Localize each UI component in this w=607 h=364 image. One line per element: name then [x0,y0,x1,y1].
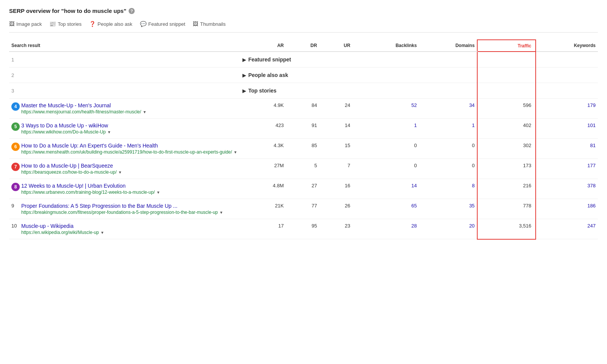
keywords-cell[interactable]: 177 [536,159,598,179]
header-dr: DR [286,40,319,52]
url-dropdown-arrow[interactable]: ▼ [101,231,104,235]
domains-value: 0 [472,143,475,148]
backlinks-cell[interactable]: 65 [352,199,419,219]
result-url: https://www.mensjournal.com/health-fitne… [21,109,238,115]
result-title-link[interactable]: Proper Foundations: A 5 Step Progression… [21,203,178,209]
keywords-link[interactable]: 81 [590,143,596,148]
url-dropdown-arrow[interactable]: ▼ [156,190,160,195]
filter-thumbnails[interactable]: 🖼Thumbnails [193,21,225,27]
header-backlinks: Backlinks [352,40,419,52]
backlinks-link[interactable]: 1 [414,122,417,128]
table-row: 1 ▶Featured snippet [9,52,598,67]
special-label[interactable]: ▶Featured snippet [240,52,477,67]
header-traffic: Traffic [477,40,535,52]
domains-link[interactable]: 1 [472,122,475,128]
expand-arrow[interactable]: ▶ [242,73,246,78]
result-cell: 5 3 Ways to Do a Muscle Up - wikiHow htt… [9,119,240,139]
filter-people-also-ask[interactable]: ❓People also ask [89,21,132,27]
url-dropdown-arrow[interactable]: ▼ [118,170,122,174]
keywords-cell[interactable]: 101 [536,119,598,139]
domains-cell: 0 [419,159,477,179]
filter-image-pack[interactable]: 🖼Image pack [9,21,42,27]
domains-link[interactable]: 8 [472,183,475,188]
result-title-link[interactable]: 3 Ways to Do a Muscle Up - wikiHow [21,122,108,129]
domains-cell[interactable]: 1 [419,119,477,139]
backlinks-cell[interactable]: 14 [352,179,419,199]
filter-featured-snippet[interactable]: 💬Featured snippet [140,21,186,27]
backlinks-link[interactable]: 52 [411,102,417,108]
url-dropdown-arrow[interactable]: ▼ [143,110,146,114]
result-title-link[interactable]: Master the Muscle-Up - Men's Journal [21,102,111,108]
domains-link[interactable]: 35 [469,203,475,209]
ur-cell: 26 [319,199,353,219]
header-search-result: Search result [9,40,240,52]
filter-top-stories[interactable]: 📰Top stories [49,21,82,27]
keywords-link[interactable]: 101 [587,122,596,128]
traffic-cell: 302 [477,139,535,159]
backlinks-link[interactable]: 14 [411,183,417,188]
backlinks-cell[interactable]: 1 [352,119,419,139]
result-title-link[interactable]: 12 Weeks to a Muscle-Up! | Urban Evoluti… [21,183,126,189]
featured-snippet-icon: 💬 [140,21,146,27]
keywords-cell[interactable]: 378 [536,179,598,199]
ur-cell: 16 [319,179,353,199]
expand-arrow[interactable]: ▶ [242,57,246,63]
url-dropdown-arrow[interactable]: ▼ [219,210,223,215]
result-badge-placeholder: 10 [11,223,21,229]
keywords-link[interactable]: 177 [587,163,596,168]
url-dropdown-arrow[interactable]: ▼ [234,150,237,154]
traffic-cell: 216 [477,179,535,199]
serp-table: Search result AR DR UR Backlinks Domains… [9,39,598,240]
result-cell: 10 Muscle-up - Wikipedia https://en.wiki… [9,219,240,239]
traffic-cell: 596 [477,99,535,119]
header-ar: AR [240,40,286,52]
ur-cell: 7 [319,159,353,179]
dr-cell: 77 [286,199,319,219]
domains-cell[interactable]: 35 [419,199,477,219]
traffic-cell: 3,516 [477,219,535,239]
table-row: 7 How to do a Muscle-Up | BearSqueeze ht… [9,159,598,179]
backlinks-link[interactable]: 65 [411,203,417,209]
special-label[interactable]: ▶People also ask [240,67,477,83]
ar-cell: 27M [240,159,286,179]
result-title-link[interactable]: Muscle-up - Wikipedia [21,223,74,229]
keywords-link[interactable]: 247 [587,223,596,229]
keywords-cell[interactable]: 81 [536,139,598,159]
domains-cell[interactable]: 34 [419,99,477,119]
result-badge: 8 [11,183,20,191]
result-title-link[interactable]: How to Do a Muscle Up: An Expert's Guide… [21,143,158,149]
ar-cell: 4.8M [240,179,286,199]
special-label[interactable]: ▶Top stories [240,83,477,99]
result-title-link[interactable]: How to do a Muscle-Up | BearSqueeze [21,163,113,169]
domains-link[interactable]: 20 [469,223,475,229]
backlinks-cell: 0 [352,159,419,179]
domains-cell[interactable]: 8 [419,179,477,199]
dr-cell: 84 [286,99,319,119]
keywords-link[interactable]: 179 [587,102,596,108]
keywords-cell[interactable]: 247 [536,219,598,239]
keywords-cell[interactable]: 179 [536,99,598,119]
help-icon[interactable]: ? [129,8,135,14]
url-dropdown-arrow[interactable]: ▼ [107,130,111,134]
backlinks-link[interactable]: 28 [411,223,417,229]
keywords-cell [536,83,598,99]
ar-cell: 4.3K [240,139,286,159]
expand-arrow[interactable]: ▶ [242,88,246,94]
row-number: 2 [9,67,240,83]
dr-cell: 91 [286,119,319,139]
domains-cell[interactable]: 20 [419,219,477,239]
ar-cell: 21K [240,199,286,219]
domains-link[interactable]: 34 [469,102,475,108]
people-also-ask-label: People also ask [97,21,132,27]
table-row: 3 ▶Top stories [9,83,598,99]
keywords-link[interactable]: 378 [587,183,596,188]
backlinks-cell[interactable]: 28 [352,219,419,239]
keywords-link[interactable]: 186 [587,203,596,209]
row-number: 1 [9,52,240,67]
table-row: 6 How to Do a Muscle Up: An Expert's Gui… [9,139,598,159]
table-row: 4 Master the Muscle-Up - Men's Journal h… [9,99,598,119]
backlinks-cell[interactable]: 52 [352,99,419,119]
dr-cell: 85 [286,139,319,159]
table-row: 5 3 Ways to Do a Muscle Up - wikiHow htt… [9,119,598,139]
keywords-cell[interactable]: 186 [536,199,598,219]
